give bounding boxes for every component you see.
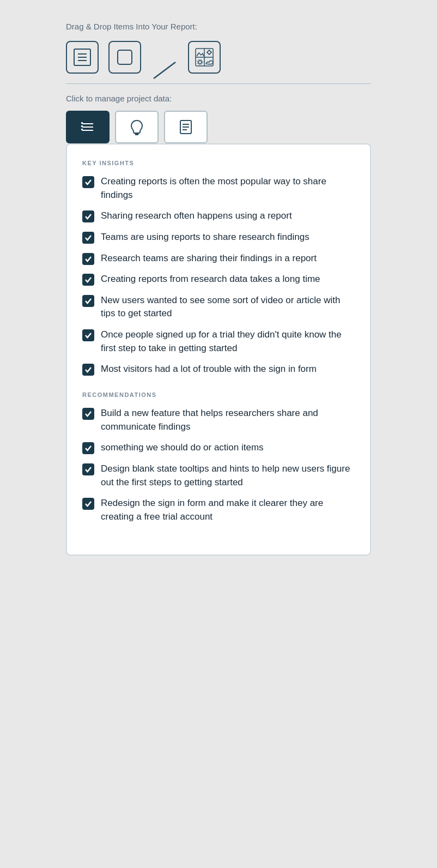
insight-text-2: Sharing research often happens using a r… <box>101 209 292 223</box>
svg-rect-22 <box>81 129 83 130</box>
list-item: something we should do or action items <box>82 441 355 455</box>
checkbox-r4[interactable] <box>82 498 94 510</box>
svg-rect-20 <box>81 122 83 124</box>
svg-point-15 <box>198 61 202 64</box>
checkbox-2[interactable] <box>82 210 94 222</box>
rec-text-1: Build a new feature that helps researche… <box>101 407 355 433</box>
checkbox-r1[interactable] <box>82 408 94 420</box>
checkbox-r3[interactable] <box>82 463 94 475</box>
list-item: Sharing research often happens using a r… <box>82 209 355 223</box>
list-item: Creating reports is often the most popul… <box>82 175 355 202</box>
list-item: Once people signed up for a trial they d… <box>82 328 355 355</box>
main-container: Drag & Drop Items Into Your Report: <box>66 22 371 556</box>
manage-label: Click to manage project data: <box>66 94 371 103</box>
svg-rect-21 <box>81 125 83 127</box>
toolbar-icons <box>66 41 371 74</box>
tab-list[interactable] <box>66 111 110 143</box>
recommendations-list: Build a new feature that helps researche… <box>82 407 355 523</box>
shape-icon[interactable] <box>108 41 141 74</box>
svg-line-6 <box>154 62 175 79</box>
rec-text-2: something we should do or action items <box>101 441 264 455</box>
list-item: Design blank state tooltips and hints to… <box>82 462 355 489</box>
insight-text-5: Creating reports from research data take… <box>101 273 320 286</box>
list-item: Teams are using reports to share researc… <box>82 231 355 244</box>
insight-text-3: Teams are using reports to share researc… <box>101 231 309 244</box>
insight-text-1: Creating reports is often the most popul… <box>101 175 355 202</box>
insight-text-8: Most visitors had a lot of trouble with … <box>101 363 317 376</box>
insight-text-7: Once people signed up for a trial they d… <box>101 328 355 355</box>
list-item: New users wanted to see some sort of vid… <box>82 294 355 321</box>
checkbox-6[interactable] <box>82 295 94 307</box>
list-item: Redesign the sign in form and make it cl… <box>82 497 355 523</box>
key-insights-list: Creating reports is often the most popul… <box>82 175 355 376</box>
rec-text-4: Redesign the sign in form and make it cl… <box>101 497 355 523</box>
toolbar-divider <box>66 83 371 84</box>
section-key-insights-title: KEY INSIGHTS <box>82 160 355 166</box>
checkbox-7[interactable] <box>82 329 94 341</box>
insight-text-6: New users wanted to see some sort of vid… <box>101 294 355 321</box>
list-item: Creating reports from research data take… <box>82 273 355 286</box>
checkbox-r2[interactable] <box>82 442 94 454</box>
section-recommendations-title: RECOMMENDATIONS <box>82 391 355 398</box>
checkbox-5[interactable] <box>82 274 94 286</box>
checkbox-8[interactable] <box>82 364 94 376</box>
list-item: Build a new feature that helps researche… <box>82 407 355 433</box>
rec-text-3: Design blank state tooltips and hints to… <box>101 462 355 489</box>
insights-panel: KEY INSIGHTS Creating reports is often t… <box>66 143 371 556</box>
drag-drop-label: Drag & Drop Items Into Your Report: <box>66 22 371 31</box>
checkbox-1[interactable] <box>82 176 94 188</box>
checkbox-3[interactable] <box>82 232 94 244</box>
svg-point-10 <box>208 51 211 54</box>
list-item: Most visitors had a lot of trouble with … <box>82 363 355 376</box>
tab-insights[interactable] <box>115 111 159 143</box>
svg-rect-5 <box>118 50 132 64</box>
text-icon[interactable] <box>66 41 99 74</box>
list-item: Research teams are sharing their finding… <box>82 252 355 266</box>
checkbox-4[interactable] <box>82 253 94 265</box>
tab-bar <box>66 111 371 143</box>
media-icon[interactable] <box>188 41 221 74</box>
insight-text-4: Research teams are sharing their finding… <box>101 252 317 266</box>
tab-notes[interactable] <box>164 111 208 143</box>
line-icon[interactable] <box>151 57 178 58</box>
